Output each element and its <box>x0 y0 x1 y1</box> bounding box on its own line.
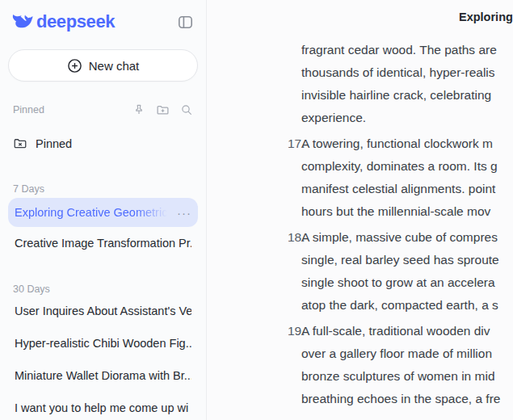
chat-item-label: Miniature Wallet Diorama with Br... <box>15 369 191 382</box>
chat-item-miniature-wallet-diorama[interactable]: Miniature Wallet Diorama with Br... <box>8 359 198 392</box>
list-number: 17. <box>288 132 305 155</box>
chat-item-hyper-realistic-chibi[interactable]: Hyper-realistic Chibi Wooden Fig... <box>8 327 198 359</box>
more-options-icon[interactable]: ··· <box>174 207 191 219</box>
pin-icon <box>132 103 145 116</box>
chat-item-label: User Inquires About Assistant's Ve... <box>15 304 191 317</box>
chat-item-label: Hyper-realistic Chibi Wooden Fig... <box>15 337 191 350</box>
message-line: fragrant cedar wood. The paths are <box>207 39 513 61</box>
deepseek-logo: deepseek <box>11 11 115 32</box>
message-line: over a gallery floor made of million <box>207 342 513 365</box>
chat-message-body: fragrant cedar wood. The paths are thous… <box>207 39 513 420</box>
pin-button[interactable] <box>132 103 145 116</box>
app-window: deepseek New chat <box>0 0 513 420</box>
search-icon <box>180 103 193 116</box>
message-line: hours but the millennial-scale mov <box>207 200 513 223</box>
pinned-section-header: Pinned <box>8 103 198 117</box>
chat-item-label: I want you to help me come up wi <box>15 401 191 414</box>
logo-wordmark: deepseek <box>36 11 115 32</box>
folder-plus-icon <box>156 103 170 117</box>
chat-title: Exploring Creative Geometric Im <box>459 10 513 23</box>
message-line: invisible hairline crack, celebrating <box>207 84 513 107</box>
message-line: breathing echoes in the space, a fre <box>207 388 513 410</box>
message-line: thousands of identical, hyper-realis <box>207 61 513 84</box>
message-line: 19. A full-scale, traditional wooden div <box>207 320 513 342</box>
group-label-30-days: 30 Days <box>8 284 198 295</box>
list-text: A towering, functional clockwork m <box>301 136 493 150</box>
message-line: atop the dark, compacted earth, a s <box>207 294 513 317</box>
list-number: 20. <box>288 414 305 420</box>
message-line: manifest celestial alignments. point <box>207 178 513 200</box>
pinned-section-label: Pinned <box>13 104 44 116</box>
sidebar-header: deepseek <box>8 11 198 32</box>
panel-toggle-icon <box>178 15 193 30</box>
chat-item-exploring-creative-geometric[interactable]: Exploring Creative Geometric Im ··· <box>8 198 198 227</box>
plus-circle-icon <box>67 58 82 74</box>
list-text: A simple, massive cube of compres <box>301 230 498 244</box>
sidebar: deepseek New chat <box>0 0 207 420</box>
chat-item-label: Creative Image Transformation Pr... <box>15 237 191 250</box>
chat-item-label: Exploring Creative Geometric Im <box>15 206 174 219</box>
message-line: 18. A simple, massive cube of compres <box>207 226 513 249</box>
message-line: bronze sculptures of women in mid <box>207 365 513 388</box>
new-folder-button[interactable] <box>156 103 170 117</box>
message-line: 17. A towering, functional clockwork m <box>207 132 513 155</box>
sidebar-tools <box>132 103 193 117</box>
new-chat-label: New chat <box>89 59 140 73</box>
new-chat-button[interactable]: New chat <box>8 49 198 82</box>
chat-list-30-days: User Inquires About Assistant's Ve... Hy… <box>8 295 198 420</box>
message-line: 20. A chunk of frill-like <box>207 414 513 420</box>
message-line: experience. <box>207 107 513 129</box>
pinned-folder-icon <box>13 136 27 151</box>
list-item-18: 18. A simple, massive cube of compres si… <box>207 226 513 317</box>
sidebar-folder-pinned[interactable]: Pinned <box>8 130 198 158</box>
list-number: 19. <box>288 320 305 342</box>
list-item-20: 20. A chunk of frill-like <box>207 414 513 420</box>
whale-icon <box>11 14 33 30</box>
search-button[interactable] <box>180 103 193 116</box>
chat-main-pane: Exploring Creative Geometric Im fragrant… <box>207 0 513 420</box>
list-item-17: 17. A towering, functional clockwork m c… <box>207 132 513 223</box>
list-number: 18. <box>288 226 305 249</box>
list-text: A full-scale, traditional wooden div <box>301 324 490 338</box>
chat-item-user-inquires[interactable]: User Inquires About Assistant's Ve... <box>8 295 198 327</box>
message-line: single shoot to grow at an accelera <box>207 271 513 294</box>
pinned-folder-label: Pinned <box>36 137 72 150</box>
chat-item-creative-image-transformation[interactable]: Creative Image Transformation Pr... <box>8 229 198 258</box>
chat-item-help-me-come-up[interactable]: I want you to help me come up wi <box>8 392 198 420</box>
message-line: complexity, dominates a room. Its g <box>207 155 513 178</box>
sidebar-collapse-button[interactable] <box>176 13 195 32</box>
group-label-7-days: 7 Days <box>8 183 198 196</box>
list-item-19: 19. A full-scale, traditional wooden div… <box>207 320 513 410</box>
message-line: single, real barley seed has sproute <box>207 249 513 271</box>
